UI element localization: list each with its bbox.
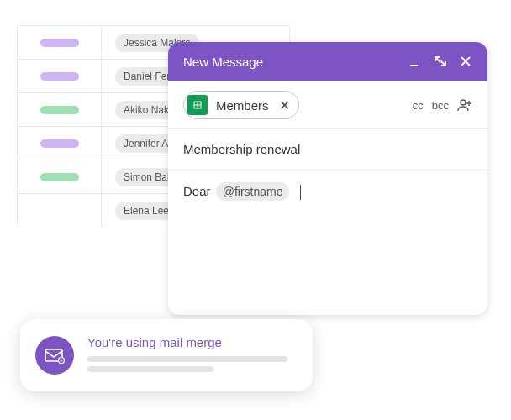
toast-title: You're using mail merge bbox=[87, 335, 298, 349]
status-pill bbox=[40, 173, 79, 181]
chip-label: Members bbox=[216, 98, 269, 113]
status-pill bbox=[40, 139, 79, 148]
compose-window: New Message Members ✕ cc bcc bbox=[168, 42, 487, 315]
status-pill bbox=[40, 39, 79, 47]
status-cell bbox=[18, 160, 102, 193]
compose-title: New Message bbox=[183, 55, 263, 69]
recipient-chip[interactable]: Members ✕ bbox=[183, 91, 299, 119]
bcc-button[interactable]: bcc bbox=[432, 99, 449, 112]
cc-button[interactable]: cc bbox=[413, 99, 424, 112]
svg-point-5 bbox=[461, 100, 466, 105]
expand-icon[interactable] bbox=[434, 55, 447, 68]
compose-header-actions bbox=[408, 55, 472, 68]
status-cell bbox=[18, 26, 102, 59]
status-cell bbox=[18, 60, 102, 92]
toast-placeholder-line bbox=[87, 366, 213, 372]
merge-variable[interactable]: @firstname bbox=[216, 182, 290, 201]
add-person-icon[interactable] bbox=[457, 97, 472, 113]
status-cell bbox=[18, 127, 102, 160]
subject-field[interactable]: Membership renewal bbox=[168, 129, 487, 171]
compose-body[interactable]: Dear @firstname bbox=[168, 171, 487, 213]
to-actions: cc bcc bbox=[413, 97, 472, 113]
name-cell: Elena Lee bbox=[102, 202, 177, 220]
chip-remove-icon[interactable]: ✕ bbox=[277, 97, 292, 113]
text-cursor bbox=[300, 185, 301, 200]
mail-merge-toast: You're using mail merge bbox=[20, 319, 313, 391]
body-greeting: Dear bbox=[183, 184, 214, 198]
compose-header: New Message bbox=[168, 42, 487, 81]
to-field[interactable]: Members ✕ cc bcc bbox=[168, 81, 487, 129]
status-pill bbox=[40, 106, 79, 114]
toast-placeholder-line bbox=[87, 356, 287, 362]
mail-merge-icon bbox=[35, 336, 74, 375]
status-cell bbox=[18, 194, 102, 228]
status-pill bbox=[40, 72, 79, 81]
status-cell bbox=[18, 93, 102, 126]
sheets-icon bbox=[187, 95, 208, 115]
toast-body: You're using mail merge bbox=[87, 335, 298, 376]
minimize-icon[interactable] bbox=[408, 55, 422, 68]
close-icon[interactable] bbox=[459, 55, 472, 68]
